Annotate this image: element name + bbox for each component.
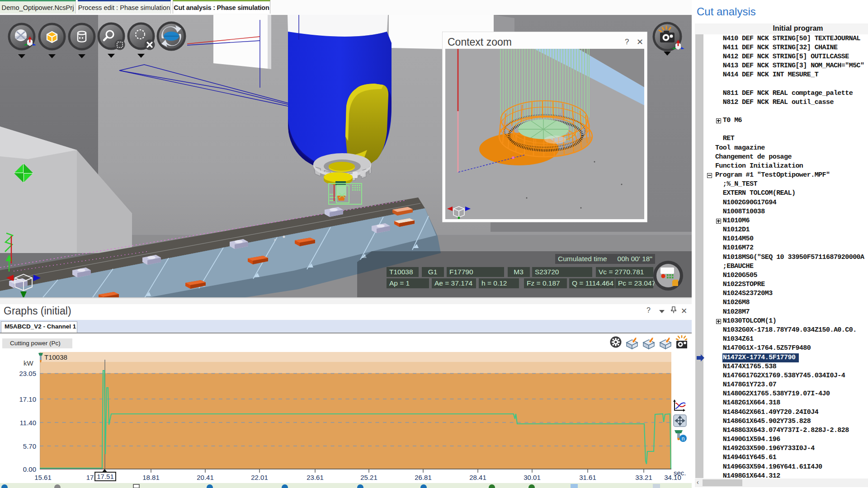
svg-text:Ae = 37.174: Ae = 37.174 (434, 279, 472, 287)
svg-text:S23720: S23720 (535, 268, 559, 276)
svg-text:T10038: T10038 (389, 268, 413, 276)
svg-text:?: ? (625, 38, 629, 46)
svg-text:h = 0.12: h = 0.12 (481, 279, 507, 287)
svg-text:F17790: F17790 (449, 268, 473, 276)
svg-text:n: n (682, 436, 685, 442)
svg-text:G1: G1 (428, 268, 438, 276)
svg-text:Fz = 0.187: Fz = 0.187 (527, 279, 560, 287)
svg-text:Cumulated time: Cumulated time (558, 255, 607, 263)
svg-text:M3: M3 (514, 268, 524, 276)
svg-text:✕: ✕ (637, 38, 643, 47)
svg-text:00h 00' 18": 00h 00' 18" (618, 255, 652, 263)
svg-text:Ap = 1: Ap = 1 (389, 279, 410, 287)
svg-text:Pc = 23.047: Pc = 23.047 (618, 279, 656, 287)
svg-text:Vc = 2770.781: Vc = 2770.781 (599, 268, 644, 276)
svg-text:Context zoom: Context zoom (448, 36, 512, 48)
svg-text:Q = 1114.464: Q = 1114.464 (572, 279, 613, 287)
